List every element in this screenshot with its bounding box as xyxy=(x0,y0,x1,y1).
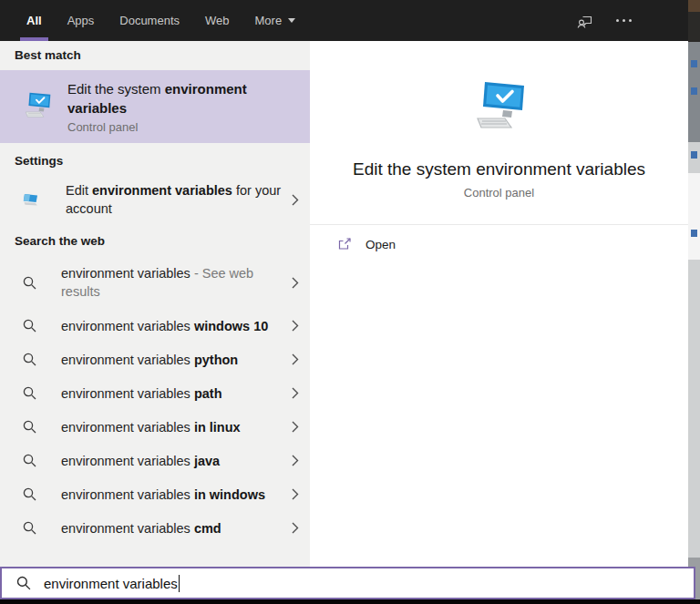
web-suggestion-cmd[interactable]: environment variables cmd xyxy=(0,511,310,545)
chevron-right-icon[interactable] xyxy=(292,522,299,534)
web-suggestion-text: environment variables - See web results xyxy=(61,264,288,301)
web-suggestion-python[interactable]: environment variables python xyxy=(0,343,310,376)
best-match-subtitle: Control panel xyxy=(67,120,279,134)
settings-header: Settings xyxy=(0,143,310,176)
tab-apps[interactable]: Apps xyxy=(59,0,103,41)
search-filter-tabs: All Apps Documents Web More xyxy=(0,0,688,41)
web-suggestion-text: environment variables in linux xyxy=(61,418,288,436)
settings-item-text: Edit environment variables for your acco… xyxy=(66,181,288,218)
web-suggestion-text: environment variables in windows xyxy=(61,486,288,504)
feedback-icon[interactable] xyxy=(576,12,594,30)
preview-pane: Edit the system environment variables Co… xyxy=(310,41,688,567)
web-suggestion-java[interactable]: environment variables java xyxy=(0,444,310,477)
system-properties-icon xyxy=(22,89,53,124)
chevron-right-icon[interactable] xyxy=(292,387,299,399)
chevron-right-icon[interactable] xyxy=(292,320,299,332)
best-match-title: Edit the system environment variables xyxy=(67,79,279,118)
tab-documents-label: Documents xyxy=(119,14,180,27)
desktop-icon-fragment xyxy=(691,151,697,159)
text-caret xyxy=(179,575,180,592)
web-suggestion-text: environment variables windows 10 xyxy=(61,317,288,335)
results-body: Best match Edit the system en xyxy=(0,41,688,567)
desktop-icon-fragment xyxy=(691,60,697,67)
tab-more[interactable]: More xyxy=(247,0,304,41)
tab-apps-label: Apps xyxy=(67,14,95,27)
preview-title: Edit the system environment variables xyxy=(310,159,688,179)
results-list: Best match Edit the system en xyxy=(0,41,310,567)
search-icon xyxy=(22,520,37,536)
best-match-header: Best match xyxy=(0,41,310,70)
web-suggestion-path[interactable]: environment variables path xyxy=(0,376,310,410)
best-match-text: Edit the system environment variables Co… xyxy=(67,79,279,134)
tab-more-label: More xyxy=(255,14,283,27)
web-suggestion-text: environment variables cmd xyxy=(61,519,288,537)
system-properties-icon xyxy=(470,76,529,138)
chevron-right-icon[interactable] xyxy=(292,353,299,365)
search-input[interactable]: environment variables xyxy=(0,567,695,599)
best-match-item[interactable]: Edit the system environment variables Co… xyxy=(0,70,310,143)
tab-web-label: Web xyxy=(205,14,230,27)
search-input-value: environment variables xyxy=(44,576,178,591)
chevron-right-icon[interactable] xyxy=(292,277,299,289)
search-icon xyxy=(15,575,32,591)
search-icon xyxy=(22,486,37,502)
search-icon xyxy=(22,352,37,367)
preview-subtitle: Control panel xyxy=(310,186,688,200)
search-icon xyxy=(22,275,37,291)
web-suggestion-text: environment variables python xyxy=(61,351,288,369)
tab-web[interactable]: Web xyxy=(197,0,238,41)
desktop-behind-strip xyxy=(688,0,700,604)
tab-all-label: All xyxy=(26,14,42,27)
web-suggestion-see-results[interactable]: environment variables - See web results xyxy=(0,256,310,309)
chevron-right-icon[interactable] xyxy=(292,194,299,206)
tab-all[interactable]: All xyxy=(18,0,50,41)
search-web-header: Search the web xyxy=(0,223,310,256)
desktop-fragment xyxy=(688,173,700,260)
web-suggestion-windows-10[interactable]: environment variables windows 10 xyxy=(0,309,310,343)
web-suggestion-in-windows[interactable]: environment variables in windows xyxy=(0,477,310,511)
web-suggestion-text: environment variables path xyxy=(61,384,288,403)
search-icon xyxy=(22,419,37,435)
web-suggestion-in-linux[interactable]: environment variables in linux xyxy=(0,410,310,444)
taskbar-edge xyxy=(0,599,700,604)
topbar-actions xyxy=(576,0,632,41)
search-results-panel: All Apps Documents Web More Best match xyxy=(0,0,688,604)
search-icon xyxy=(22,453,37,468)
desktop-icon-fragment xyxy=(691,230,697,237)
settings-item-env-vars[interactable]: Edit environment variables for your acco… xyxy=(0,176,310,223)
more-options-icon[interactable] xyxy=(616,19,632,22)
chevron-right-icon[interactable] xyxy=(292,488,299,500)
chevron-right-icon[interactable] xyxy=(292,421,299,433)
chevron-down-icon xyxy=(288,18,295,23)
search-icon xyxy=(22,385,37,401)
desktop-icon-fragment xyxy=(691,87,697,95)
tab-documents[interactable]: Documents xyxy=(111,0,188,41)
desktop-fragment xyxy=(688,12,700,42)
preview-hero: Edit the system environment variables Co… xyxy=(310,41,688,200)
open-icon xyxy=(337,237,352,251)
chevron-right-icon[interactable] xyxy=(292,455,299,466)
account-env-vars-icon xyxy=(22,190,40,209)
search-icon xyxy=(22,318,37,333)
windows-search-flyout: All Apps Documents Web More Best match xyxy=(0,0,700,604)
open-action[interactable]: Open xyxy=(310,225,688,251)
open-label: Open xyxy=(365,238,396,251)
web-suggestion-text: environment variables java xyxy=(61,452,288,470)
desktop-fragment xyxy=(688,0,700,12)
